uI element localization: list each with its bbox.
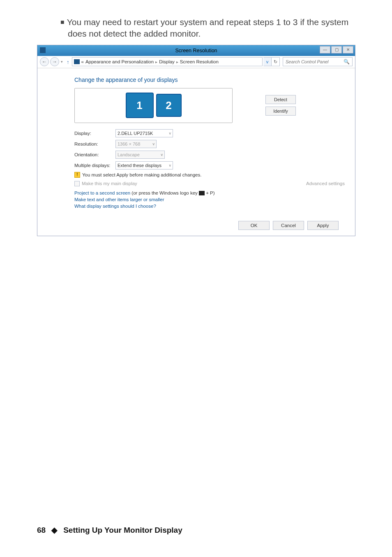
detect-button[interactable]: Detect bbox=[265, 95, 296, 104]
project-screen-link[interactable]: Project to a second screen bbox=[74, 190, 130, 195]
button-bar: OK Cancel Apply bbox=[37, 216, 355, 236]
chevron-down-icon: v bbox=[153, 142, 155, 146]
control-panel-icon bbox=[74, 59, 80, 64]
back-button[interactable]: ← bbox=[40, 57, 49, 66]
search-icon: 🔍 bbox=[344, 59, 350, 65]
ok-button[interactable]: OK bbox=[238, 221, 270, 230]
diamond-icon: ◆ bbox=[51, 525, 58, 535]
warning-row: ! You must select Apply before making ad… bbox=[74, 172, 345, 178]
monitor-1[interactable]: 1 bbox=[126, 93, 154, 118]
footer-title: Setting Up Your Monitor Display bbox=[63, 526, 182, 535]
up-button[interactable]: ↑ bbox=[67, 59, 69, 65]
screen-resolution-window: Screen Resolution — ▢ ✕ ← → ▾ ↑ « Appear… bbox=[37, 45, 355, 236]
breadcrumb[interactable]: « Appearance and Personalization ▸ Displ… bbox=[72, 57, 263, 66]
warning-icon: ! bbox=[74, 172, 80, 178]
resolution-select[interactable]: 1366 × 768v bbox=[115, 140, 157, 148]
project-screen-line: Project to a second screen (or press the… bbox=[74, 190, 345, 195]
bc-part1: Appearance and Personalization bbox=[85, 59, 154, 64]
multiple-displays-select[interactable]: Extend these displaysv bbox=[115, 161, 173, 169]
display-label: Display: bbox=[74, 131, 115, 136]
monitor-2[interactable]: 2 bbox=[156, 94, 182, 117]
bc-part2: Display bbox=[159, 59, 175, 64]
advanced-settings-link[interactable]: Advanced settings bbox=[306, 181, 345, 186]
orientation-label: Orientation: bbox=[74, 152, 115, 157]
bc-sep2: ▸ bbox=[176, 60, 178, 64]
nav-dropdown-icon[interactable]: ▾ bbox=[61, 60, 63, 64]
resolution-label: Resolution: bbox=[74, 142, 115, 146]
multiple-label: Multiple displays: bbox=[74, 163, 115, 168]
search-input[interactable] bbox=[286, 59, 344, 64]
page-footer: 68 ◆ Setting Up Your Monitor Display bbox=[37, 525, 182, 535]
chevron-down-icon: v bbox=[169, 131, 171, 135]
text-size-link[interactable]: Make text and other items larger or smal… bbox=[74, 197, 345, 202]
bc-sep1: ▸ bbox=[155, 60, 157, 64]
addr-dropdown[interactable]: v bbox=[263, 57, 272, 66]
app-icon bbox=[40, 47, 46, 53]
bc-part3: Screen Resolution bbox=[180, 59, 219, 64]
monitor-preview[interactable]: 1 2 bbox=[74, 88, 233, 123]
identify-button[interactable]: Identify bbox=[265, 107, 296, 116]
orientation-select[interactable]: Landscapev bbox=[115, 151, 165, 159]
close-button[interactable]: ✕ bbox=[343, 46, 353, 53]
window-titlebar: Screen Resolution — ▢ ✕ bbox=[37, 45, 355, 56]
make-main-label: Make this my main display bbox=[82, 181, 137, 186]
display-select[interactable]: 2.DELL UP2715Kv bbox=[115, 129, 173, 137]
search-box[interactable]: 🔍 bbox=[283, 57, 353, 66]
window-title: Screen Resolution bbox=[175, 48, 217, 53]
apply-button[interactable]: Apply bbox=[307, 221, 339, 230]
forward-button[interactable]: → bbox=[50, 57, 59, 66]
windows-key-icon bbox=[199, 191, 205, 195]
make-main-checkbox bbox=[74, 181, 80, 186]
instruction-text: ■You may need to restart your system and… bbox=[68, 16, 355, 40]
cancel-button[interactable]: Cancel bbox=[273, 221, 304, 230]
minimize-button[interactable]: — bbox=[320, 46, 330, 53]
chevron-down-icon: v bbox=[169, 163, 171, 167]
page-heading: Change the appearance of your displays bbox=[74, 77, 345, 83]
page-number: 68 bbox=[37, 526, 46, 535]
bc-chevron: « bbox=[81, 59, 84, 64]
content-area: Change the appearance of your displays 1… bbox=[37, 68, 355, 216]
maximize-button[interactable]: ▢ bbox=[331, 46, 342, 53]
warning-text: You must select Apply before making addi… bbox=[82, 172, 201, 177]
help-link[interactable]: What display settings should I choose? bbox=[74, 204, 345, 209]
address-bar: ← → ▾ ↑ « Appearance and Personalization… bbox=[37, 56, 355, 68]
refresh-icon: ↻ bbox=[274, 59, 277, 65]
refresh-button[interactable]: ↻ bbox=[272, 57, 280, 66]
chevron-down-icon: v bbox=[161, 153, 163, 157]
